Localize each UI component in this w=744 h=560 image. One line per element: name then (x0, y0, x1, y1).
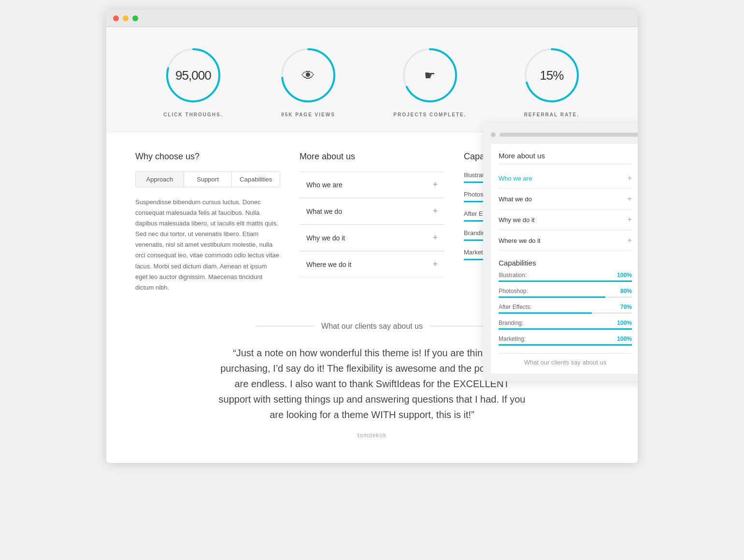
mobile-clients-title: What our clients say about us (499, 353, 632, 366)
mobile-cap-branding-pct: 100% (617, 320, 632, 326)
mobile-cap-aftereffects-fill (499, 312, 592, 314)
mobile-what-label: What we do (499, 196, 532, 203)
projects-label: PROJECTS COMPLETE. (393, 112, 466, 117)
mobile-accordion-why[interactable]: Why we do it + (499, 210, 632, 230)
why-choose-section: Why choose us? Approach Support Capabili… (135, 152, 280, 293)
mobile-who-plus: + (628, 174, 632, 182)
stats-section: 95,000 CLICK THROUGHS. 👁 95K PAGE VIEWS (106, 27, 638, 132)
accordion-who-header[interactable]: Who we are + (300, 171, 444, 197)
accordion-who-label: Who we are (306, 181, 343, 189)
mobile-where-plus: + (628, 236, 632, 245)
click-throughs-number: 95,000 (175, 68, 211, 83)
mobile-why-label: Why we do it (499, 216, 534, 224)
tab-approach[interactable]: Approach (136, 172, 184, 187)
accordion-item-what: What we do + (300, 198, 444, 224)
accordion-why-plus: + (432, 233, 438, 243)
referral-label: REFERRAL RATE. (524, 112, 579, 117)
page-views-chart: 👁 (279, 46, 337, 104)
mobile-dot (491, 132, 496, 137)
mobile-cap-photoshop: Photoshop: 80% (499, 288, 632, 298)
mobile-cap-branding-fill (499, 328, 632, 330)
mobile-cap-illustration-bar (499, 280, 632, 282)
mobile-cap-branding-bar (499, 328, 632, 330)
tabs-bar: Approach Support Capabilities (135, 171, 280, 187)
mobile-cap-photoshop-bar (499, 296, 632, 298)
why-choose-body: Suspendisse bibendum cursus luctus. Done… (135, 197, 280, 293)
testimonial-line-right (430, 326, 488, 326)
testimonial-title: What our clients say about us (321, 322, 423, 331)
page-views-icon: 👁 (301, 68, 315, 84)
mobile-accordion-who[interactable]: Who we are + (499, 168, 632, 189)
mobile-cap-aftereffects-pct: 70% (620, 304, 632, 310)
accordion-where-header[interactable]: Where we do it + (300, 251, 444, 277)
why-choose-title: Why choose us? (135, 152, 280, 162)
stat-click-throughs: 95,000 CLICK THROUGHS. (163, 46, 223, 117)
mobile-cap-branding: Branding: 100% (499, 320, 632, 330)
mobile-who-label: Who we are (499, 175, 532, 182)
click-throughs-chart: 95,000 (164, 46, 222, 104)
accordion-who-plus: + (432, 180, 438, 190)
referral-number: 15% (540, 68, 563, 83)
testimonial-quote: “Just a note on how wonderful this theme… (217, 345, 527, 422)
mobile-accordion-where[interactable]: Where we do it + (499, 230, 632, 251)
accordion-where-plus: + (432, 259, 438, 269)
testimonial-line-left (256, 326, 314, 326)
click-throughs-value: 95,000 (175, 68, 211, 83)
mobile-cap-aftereffects-label: After Effects: (499, 304, 531, 310)
mobile-cap-illustration: Illustration: 100% (499, 272, 632, 282)
mobile-accordion-what[interactable]: What we do + (499, 189, 632, 210)
accordion: Who we are + What we do + Why we do it (300, 171, 444, 278)
mobile-cap-photoshop-pct: 80% (620, 288, 632, 294)
projects-chart: ☛ (401, 46, 459, 104)
mobile-mockup: More about us Who we are + What we do + … (483, 123, 638, 381)
mobile-cap-marketing-fill (499, 344, 632, 346)
mobile-cap-photoshop-fill (499, 296, 605, 298)
mobile-cap-illustration-fill (499, 280, 632, 282)
dot-yellow[interactable] (123, 15, 129, 21)
more-about-section: More about us Who we are + What we do + (300, 152, 444, 293)
accordion-why-label: Why we do it (306, 234, 345, 242)
browser-window: 95,000 CLICK THROUGHS. 👁 95K PAGE VIEWS (106, 10, 638, 463)
accordion-why-header[interactable]: Why we do it + (300, 224, 444, 251)
tab-capabilities[interactable]: Capabilities (232, 172, 280, 187)
accordion-what-plus: + (432, 206, 438, 216)
projects-icon: ☛ (424, 68, 435, 83)
click-throughs-label: CLICK THROUGHS. (163, 112, 223, 117)
mobile-bar (500, 133, 638, 137)
mobile-more-about-title: More about us (499, 152, 632, 164)
accordion-item-who: Who we are + (300, 171, 444, 198)
mobile-cap-marketing-pct: 100% (617, 336, 632, 342)
dot-red[interactable] (113, 15, 119, 21)
more-about-title: More about us (300, 152, 444, 162)
mobile-cap-marketing: Marketing: 100% (499, 336, 632, 346)
dot-green[interactable] (132, 15, 138, 21)
accordion-what-label: What we do (306, 208, 342, 215)
mobile-where-label: Where we do it (499, 237, 541, 244)
accordion-item-where: Where we do it + (300, 251, 444, 278)
stat-referral: 15% REFERRAL RATE. (523, 46, 581, 117)
mobile-cap-photoshop-label: Photoshop: (499, 288, 528, 294)
accordion-item-why: Why we do it + (300, 224, 444, 251)
mobile-cap-marketing-label: Marketing: (499, 336, 526, 342)
mobile-cap-illustration-pct: 100% (617, 272, 632, 279)
mobile-topbar (491, 132, 638, 137)
mobile-what-plus: + (628, 195, 632, 203)
accordion-where-label: Where we do it (306, 261, 351, 268)
main-content: Why choose us? Approach Support Capabili… (106, 132, 638, 312)
mobile-cap-illustration-label: Illustration: (499, 272, 527, 279)
mobile-content: More about us Who we are + What we do + … (491, 144, 638, 374)
mobile-cap-branding-label: Branding: (499, 320, 523, 326)
accordion-what-header[interactable]: What we do + (300, 198, 444, 224)
mobile-cap-aftereffects: After Effects: 70% (499, 304, 632, 314)
mobile-why-plus: + (628, 215, 632, 224)
tab-support[interactable]: Support (184, 172, 232, 187)
browser-content: 95,000 CLICK THROUGHS. 👁 95K PAGE VIEWS (106, 27, 638, 463)
referral-value: 15% (540, 68, 563, 83)
mobile-cap-marketing-bar (499, 344, 632, 346)
stat-page-views: 👁 95K PAGE VIEWS (279, 46, 337, 117)
browser-titlebar (106, 10, 638, 27)
testimonial-author: tomdekok (135, 432, 609, 439)
mobile-capabilities-title: Capabilities (499, 259, 632, 267)
stat-projects: ☛ PROJECTS COMPLETE. (393, 46, 466, 117)
referral-chart: 15% (523, 46, 581, 104)
